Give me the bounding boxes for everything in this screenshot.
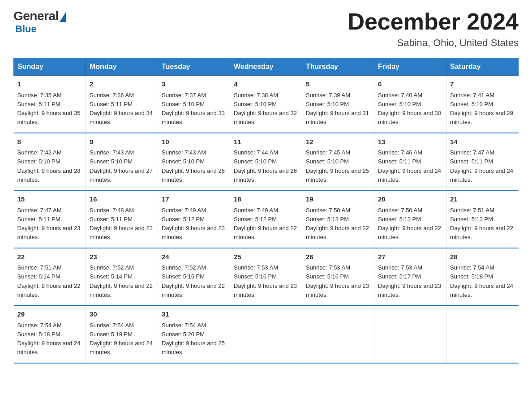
daylight-info: Daylight: 9 hours and 25 minutes. xyxy=(306,167,369,183)
day-number: 16 xyxy=(90,194,154,205)
day-number: 14 xyxy=(450,137,515,147)
sunrise-info: Sunrise: 7:51 AM xyxy=(17,264,62,271)
calendar-cell-4-1: 22 Sunrise: 7:51 AM Sunset: 5:14 PM Dayl… xyxy=(14,248,86,306)
day-number: 31 xyxy=(162,309,226,320)
day-number: 7 xyxy=(450,79,515,90)
column-header-tuesday: Tuesday xyxy=(158,58,230,76)
sunrise-info: Sunrise: 7:48 AM xyxy=(90,207,134,214)
sunset-info: Sunset: 5:14 PM xyxy=(17,273,60,280)
calendar-cell-4-4: 25 Sunrise: 7:53 AM Sunset: 5:16 PM Dayl… xyxy=(230,248,302,306)
day-number: 9 xyxy=(90,137,154,147)
sunrise-info: Sunrise: 7:43 AM xyxy=(90,149,134,156)
calendar-week-2: 8 Sunrise: 7:42 AM Sunset: 5:10 PM Dayli… xyxy=(14,133,519,191)
daylight-info: Daylight: 9 hours and 22 minutes. xyxy=(162,283,225,298)
calendar-cell-2-5: 12 Sunrise: 7:45 AM Sunset: 5:10 PM Dayl… xyxy=(302,133,374,191)
calendar-header-row: SundayMondayTuesdayWednesdayThursdayFrid… xyxy=(14,58,519,76)
daylight-info: Daylight: 9 hours and 23 minutes. xyxy=(378,283,441,298)
sunrise-info: Sunrise: 7:47 AM xyxy=(450,149,494,156)
sunrise-info: Sunrise: 7:35 AM xyxy=(17,92,62,98)
daylight-info: Daylight: 9 hours and 26 minutes. xyxy=(162,167,225,183)
logo: General Blue xyxy=(13,9,66,35)
day-number: 18 xyxy=(234,194,298,205)
daylight-info: Daylight: 9 hours and 22 minutes. xyxy=(306,225,369,240)
sunset-info: Sunset: 5:10 PM xyxy=(162,101,205,107)
sunrise-info: Sunrise: 7:50 AM xyxy=(306,207,350,214)
sunrise-info: Sunrise: 7:36 AM xyxy=(90,92,134,98)
location-subtitle: Sabina, Ohio, United States xyxy=(348,37,519,49)
calendar-cell-5-1: 29 Sunrise: 7:54 AM Sunset: 5:18 PM Dayl… xyxy=(14,305,86,363)
day-number: 23 xyxy=(90,252,154,262)
sunset-info: Sunset: 5:10 PM xyxy=(450,101,493,107)
calendar-cell-4-7: 28 Sunrise: 7:54 AM Sunset: 5:18 PM Dayl… xyxy=(446,248,519,306)
calendar-cell-3-4: 18 Sunrise: 7:49 AM Sunset: 5:12 PM Dayl… xyxy=(230,190,302,248)
sunrise-info: Sunrise: 7:54 AM xyxy=(90,322,134,329)
logo-triangle-icon xyxy=(60,12,66,22)
sunset-info: Sunset: 5:19 PM xyxy=(90,331,133,338)
day-number: 25 xyxy=(234,252,298,262)
daylight-info: Daylight: 9 hours and 24 minutes. xyxy=(450,283,513,298)
calendar-cell-2-3: 10 Sunrise: 7:43 AM Sunset: 5:10 PM Dayl… xyxy=(158,133,230,191)
day-number: 4 xyxy=(234,79,298,90)
daylight-info: Daylight: 9 hours and 24 minutes. xyxy=(90,340,153,355)
sunrise-info: Sunrise: 7:39 AM xyxy=(306,92,350,98)
day-number: 1 xyxy=(17,79,82,90)
sunrise-info: Sunrise: 7:43 AM xyxy=(162,149,206,156)
day-number: 13 xyxy=(378,137,442,147)
logo-blue-text: Blue xyxy=(15,23,37,35)
sunrise-info: Sunrise: 7:45 AM xyxy=(306,149,350,156)
day-number: 22 xyxy=(17,252,82,262)
calendar-cell-1-6: 6 Sunrise: 7:40 AM Sunset: 5:10 PM Dayli… xyxy=(374,76,446,133)
sunrise-info: Sunrise: 7:51 AM xyxy=(450,207,494,214)
calendar-cell-2-2: 9 Sunrise: 7:43 AM Sunset: 5:10 PM Dayli… xyxy=(86,133,158,191)
day-number: 20 xyxy=(378,194,442,205)
daylight-info: Daylight: 9 hours and 25 minutes. xyxy=(162,340,225,355)
sunset-info: Sunset: 5:10 PM xyxy=(234,158,277,165)
logo-general-text: General xyxy=(13,9,59,23)
calendar-cell-5-4 xyxy=(230,305,302,363)
sunrise-info: Sunrise: 7:47 AM xyxy=(17,207,62,214)
sunset-info: Sunset: 5:16 PM xyxy=(306,273,349,280)
calendar-cell-3-2: 16 Sunrise: 7:48 AM Sunset: 5:11 PM Dayl… xyxy=(86,190,158,248)
calendar-week-1: 1 Sunrise: 7:35 AM Sunset: 5:11 PM Dayli… xyxy=(14,76,519,133)
calendar-cell-2-6: 13 Sunrise: 7:46 AM Sunset: 5:11 PM Dayl… xyxy=(374,133,446,191)
day-number: 10 xyxy=(162,137,226,147)
daylight-info: Daylight: 9 hours and 23 minutes. xyxy=(162,225,225,240)
sunset-info: Sunset: 5:11 PM xyxy=(378,158,421,165)
sunrise-info: Sunrise: 7:40 AM xyxy=(378,92,422,98)
day-number: 24 xyxy=(162,252,226,262)
day-number: 8 xyxy=(17,137,82,147)
sunset-info: Sunset: 5:10 PM xyxy=(378,101,421,107)
day-number: 29 xyxy=(17,309,82,320)
calendar-cell-1-4: 4 Sunrise: 7:38 AM Sunset: 5:10 PM Dayli… xyxy=(230,76,302,133)
day-number: 6 xyxy=(378,79,442,90)
daylight-info: Daylight: 9 hours and 22 minutes. xyxy=(17,283,81,298)
day-number: 27 xyxy=(378,252,442,262)
sunset-info: Sunset: 5:11 PM xyxy=(90,101,133,107)
daylight-info: Daylight: 9 hours and 30 minutes. xyxy=(378,110,441,125)
day-number: 26 xyxy=(306,252,370,262)
calendar-cell-3-3: 17 Sunrise: 7:49 AM Sunset: 5:12 PM Dayl… xyxy=(158,190,230,248)
day-number: 17 xyxy=(162,194,226,205)
sunset-info: Sunset: 5:20 PM xyxy=(162,331,205,338)
calendar-cell-1-1: 1 Sunrise: 7:35 AM Sunset: 5:11 PM Dayli… xyxy=(14,76,86,133)
sunset-info: Sunset: 5:10 PM xyxy=(306,158,349,165)
calendar-cell-5-7 xyxy=(446,305,519,363)
sunset-info: Sunset: 5:11 PM xyxy=(17,216,60,223)
calendar-cell-5-3: 31 Sunrise: 7:54 AM Sunset: 5:20 PM Dayl… xyxy=(158,305,230,363)
calendar-cell-1-7: 7 Sunrise: 7:41 AM Sunset: 5:10 PM Dayli… xyxy=(446,76,519,133)
sunrise-info: Sunrise: 7:44 AM xyxy=(234,149,278,156)
calendar-cell-2-4: 11 Sunrise: 7:44 AM Sunset: 5:10 PM Dayl… xyxy=(230,133,302,191)
daylight-info: Daylight: 9 hours and 31 minutes. xyxy=(306,110,369,125)
sunrise-info: Sunrise: 7:38 AM xyxy=(234,92,278,98)
calendar-cell-4-2: 23 Sunrise: 7:52 AM Sunset: 5:14 PM Dayl… xyxy=(86,248,158,306)
daylight-info: Daylight: 9 hours and 27 minutes. xyxy=(90,167,153,183)
calendar-cell-3-1: 15 Sunrise: 7:47 AM Sunset: 5:11 PM Dayl… xyxy=(14,190,86,248)
sunrise-info: Sunrise: 7:42 AM xyxy=(17,149,62,156)
sunrise-info: Sunrise: 7:53 AM xyxy=(378,264,422,271)
day-number: 12 xyxy=(306,137,370,147)
sunset-info: Sunset: 5:15 PM xyxy=(162,273,205,280)
sunrise-info: Sunrise: 7:46 AM xyxy=(378,149,422,156)
sunset-info: Sunset: 5:10 PM xyxy=(90,158,133,165)
sunset-info: Sunset: 5:10 PM xyxy=(306,101,349,107)
calendar-cell-1-3: 3 Sunrise: 7:37 AM Sunset: 5:10 PM Dayli… xyxy=(158,76,230,133)
